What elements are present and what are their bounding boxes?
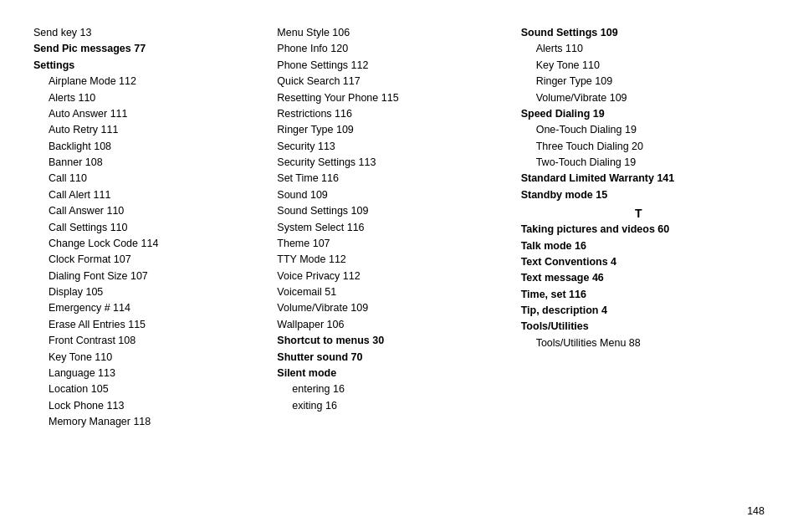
index-entry: Restrictions 116 <box>277 106 512 122</box>
index-entry: Ringer Type 109 <box>277 122 512 138</box>
index-entry: Settings <box>33 58 269 74</box>
index-entry: Time, set 116 <box>521 287 756 303</box>
index-entry: Clock Format 107 <box>33 252 269 268</box>
index-entry: Sound Settings 109 <box>277 203 512 219</box>
index-entry: Send key 13 <box>33 25 269 41</box>
column-2: Menu Style 106Phone Info 120Phone Settin… <box>277 25 520 430</box>
index-entry: Call 110 <box>33 171 269 187</box>
index-entry: Erase All Entries 115 <box>33 317 269 333</box>
index-entry: Text Conventions 4 <box>521 254 756 270</box>
index-entry: Standby mode 15 <box>521 187 756 203</box>
index-entry: Voice Privacy 112 <box>277 269 512 284</box>
index-entry: Talk mode 16 <box>521 238 756 254</box>
index-page: Send key 13Send Pic messages 77SettingsA… <box>0 0 798 532</box>
index-entry: Theme 107 <box>277 236 512 252</box>
index-entry: Key Tone 110 <box>521 58 756 74</box>
index-entry: One-Touch Dialing 19 <box>521 122 756 138</box>
index-entry: Two-Touch Dialing 19 <box>521 155 756 171</box>
index-entry: Security 113 <box>277 139 512 155</box>
index-entry: Call Settings 110 <box>33 220 269 236</box>
column-3: Sound Settings 109Alerts 110Key Tone 110… <box>521 25 765 430</box>
index-entry: System Select 116 <box>277 220 512 236</box>
index-entry: Call Alert 111 <box>33 187 269 203</box>
index-entry: Airplane Mode 112 <box>33 74 269 90</box>
index-entry: Resetting Your Phone 115 <box>277 90 512 106</box>
index-entry: Tools/Utilities <box>521 319 756 335</box>
index-entry: Tools/Utilities Menu 88 <box>521 335 756 351</box>
index-entry: entering 16 <box>277 381 512 397</box>
index-entry: Memory Manager 118 <box>33 414 269 430</box>
index-entry: Three Touch Dialing 20 <box>521 139 756 155</box>
page-number: 148 <box>747 505 765 517</box>
column-1: Send key 13Send Pic messages 77SettingsA… <box>33 25 277 430</box>
index-entry: exiting 16 <box>277 398 512 414</box>
index-entry: Wallpaper 106 <box>277 317 512 333</box>
index-entry: Lock Phone 113 <box>33 398 269 414</box>
section-letter: T <box>521 207 756 220</box>
index-entry: Menu Style 106 <box>277 25 512 41</box>
index-entry: Taking pictures and videos 60 <box>521 222 756 238</box>
index-entry: Quick Search 117 <box>277 74 512 90</box>
index-entry: Front Contrast 108 <box>33 333 269 349</box>
index-entry: Voicemail 51 <box>277 284 512 300</box>
index-entry: Emergency # 114 <box>33 300 269 316</box>
index-entry: Language 113 <box>33 366 269 381</box>
index-entry: Banner 108 <box>33 155 269 171</box>
index-entry: Call Answer 110 <box>33 203 269 219</box>
index-entry: Backlight 108 <box>33 139 269 155</box>
index-entry: Set Time 116 <box>277 171 512 187</box>
index-entry: Standard Limited Warranty 141 <box>521 171 756 187</box>
index-columns: Send key 13Send Pic messages 77SettingsA… <box>33 25 765 430</box>
index-entry: Security Settings 113 <box>277 155 512 171</box>
index-entry: Phone Settings 112 <box>277 58 512 74</box>
index-entry: Alerts 110 <box>521 41 756 57</box>
index-entry: TTY Mode 112 <box>277 252 512 268</box>
index-entry: Dialing Font Size 107 <box>33 269 269 284</box>
index-entry: Change Lock Code 114 <box>33 236 269 252</box>
index-entry: Text message 46 <box>521 270 756 286</box>
index-entry: Alerts 110 <box>33 90 269 106</box>
index-entry: Volume/Vibrate 109 <box>277 300 512 316</box>
index-entry: Display 105 <box>33 284 269 300</box>
index-entry: Volume/Vibrate 109 <box>521 90 756 106</box>
index-entry: Auto Answer 111 <box>33 106 269 122</box>
index-entry: Shortcut to menus 30 <box>277 333 512 349</box>
index-entry: Sound Settings 109 <box>521 25 756 41</box>
index-entry: Silent mode <box>277 366 512 381</box>
index-entry: Shutter sound 70 <box>277 350 512 366</box>
index-entry: Send Pic messages 77 <box>33 41 269 57</box>
index-entry: Auto Retry 111 <box>33 122 269 138</box>
index-entry: Tip, description 4 <box>521 303 756 319</box>
index-entry: Speed Dialing 19 <box>521 106 756 122</box>
index-entry: Ringer Type 109 <box>521 74 756 90</box>
index-entry: Sound 109 <box>277 187 512 203</box>
index-entry: Location 105 <box>33 381 269 397</box>
index-entry: Phone Info 120 <box>277 41 512 57</box>
index-entry: Key Tone 110 <box>33 350 269 366</box>
